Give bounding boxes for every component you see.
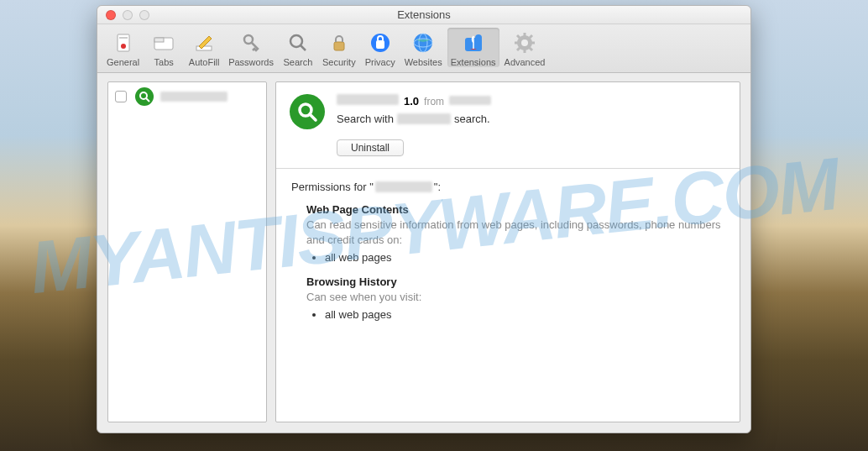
toolbar-label: Privacy bbox=[365, 57, 395, 67]
perm-history: Browsing History Can see when you visit:… bbox=[306, 275, 724, 323]
svg-point-2 bbox=[121, 44, 126, 49]
desc-redacted bbox=[397, 113, 451, 124]
extension-icon bbox=[135, 87, 154, 106]
perm-desc-text: Can see when you visit: bbox=[306, 291, 421, 303]
perm-name-redacted bbox=[375, 181, 432, 192]
svg-point-27 bbox=[140, 92, 147, 99]
globe-icon bbox=[410, 30, 436, 55]
perm-heading: Browsing History bbox=[306, 275, 724, 288]
svg-rect-11 bbox=[376, 40, 384, 49]
extension-large-icon bbox=[290, 94, 325, 129]
toolbar-label: Advanced bbox=[505, 57, 546, 67]
extension-list-item[interactable] bbox=[108, 82, 266, 111]
desc-pre: Search with bbox=[337, 113, 394, 125]
autofill-icon bbox=[191, 30, 217, 55]
permissions-title: Permissions for " ": bbox=[291, 181, 724, 193]
privacy-icon bbox=[368, 30, 393, 55]
extension-name-redacted bbox=[160, 92, 227, 102]
extensions-list bbox=[107, 81, 267, 422]
enable-checkbox[interactable] bbox=[115, 91, 127, 102]
svg-rect-1 bbox=[119, 37, 128, 39]
svg-line-30 bbox=[310, 114, 316, 120]
toolbar-label: Extensions bbox=[451, 57, 496, 67]
perm-item: all web pages bbox=[325, 307, 724, 323]
permissions-section: Permissions for " ": Web Page Contents C… bbox=[276, 169, 740, 334]
tabs-icon bbox=[151, 30, 176, 55]
toolbar-privacy[interactable]: Privacy bbox=[361, 28, 400, 67]
svg-line-26 bbox=[530, 35, 532, 38]
extension-author-redacted bbox=[449, 96, 491, 105]
content-area: 1.0 from Search with search. Uninstall bbox=[97, 73, 750, 433]
extensions-icon bbox=[461, 30, 486, 55]
svg-line-25 bbox=[517, 48, 520, 50]
from-label: from bbox=[424, 96, 444, 108]
perm-description: Can see when you visit: all web pages bbox=[306, 290, 724, 323]
svg-line-8 bbox=[301, 45, 306, 50]
extension-name-redacted bbox=[337, 94, 399, 105]
uninstall-button[interactable]: Uninstall bbox=[337, 139, 404, 156]
toolbar-search[interactable]: Search bbox=[279, 28, 317, 67]
toolbar-label: Search bbox=[284, 57, 313, 67]
toolbar: General Tabs AutoFill Passwords Search bbox=[97, 24, 750, 73]
detail-header: 1.0 from Search with search. bbox=[276, 82, 740, 139]
perm-prefix: Permissions for " bbox=[291, 181, 374, 193]
gear-icon bbox=[512, 30, 537, 55]
toolbar-websites[interactable]: Websites bbox=[401, 28, 446, 67]
perm-item: all web pages bbox=[325, 250, 724, 265]
titlebar: Extensions bbox=[97, 6, 750, 24]
window-title: Extensions bbox=[97, 8, 750, 21]
search-icon bbox=[285, 30, 311, 55]
perm-description: Can read sensitive information from web … bbox=[306, 218, 724, 265]
perm-suffix: ": bbox=[434, 181, 441, 193]
svg-point-12 bbox=[414, 34, 432, 52]
toolbar-label: AutoFill bbox=[189, 57, 220, 67]
toolbar-label: General bbox=[107, 57, 139, 67]
perm-webcontent: Web Page Contents Can read sensitive inf… bbox=[306, 203, 724, 265]
toolbar-label: Tabs bbox=[154, 57, 174, 67]
toolbar-label: Security bbox=[322, 57, 356, 67]
svg-rect-4 bbox=[154, 38, 164, 42]
toolbar-autofill[interactable]: AutoFill bbox=[185, 28, 223, 67]
toolbar-label: Passwords bbox=[228, 57, 274, 67]
svg-point-7 bbox=[290, 35, 302, 47]
svg-point-18 bbox=[521, 39, 528, 46]
extension-title-line: 1.0 from bbox=[337, 94, 726, 108]
toolbar-tabs[interactable]: Tabs bbox=[144, 28, 183, 67]
toolbar-extensions[interactable]: Extensions bbox=[447, 28, 499, 67]
extension-description: Search with search. bbox=[337, 113, 726, 125]
perm-heading: Web Page Contents bbox=[306, 203, 724, 216]
svg-point-16 bbox=[475, 34, 482, 41]
toolbar-passwords[interactable]: Passwords bbox=[225, 28, 277, 67]
svg-rect-5 bbox=[196, 46, 212, 50]
lock-icon bbox=[327, 30, 352, 55]
key-icon bbox=[238, 30, 264, 55]
toolbar-security[interactable]: Security bbox=[319, 28, 359, 67]
toolbar-label: Websites bbox=[405, 57, 442, 67]
perm-desc-text: Can read sensitive information from web … bbox=[306, 218, 721, 246]
extension-detail: 1.0 from Search with search. Uninstall bbox=[275, 81, 740, 422]
desc-post: search. bbox=[454, 113, 490, 125]
svg-line-24 bbox=[530, 48, 532, 50]
general-icon bbox=[111, 30, 136, 55]
toolbar-general[interactable]: General bbox=[103, 28, 143, 67]
prefs-window: Extensions General Tabs AutoFill Passw bbox=[97, 5, 751, 433]
extension-version: 1.0 bbox=[404, 95, 419, 108]
svg-line-23 bbox=[517, 35, 520, 38]
svg-rect-9 bbox=[334, 42, 344, 50]
toolbar-advanced[interactable]: Advanced bbox=[501, 28, 549, 67]
svg-line-28 bbox=[146, 98, 149, 102]
